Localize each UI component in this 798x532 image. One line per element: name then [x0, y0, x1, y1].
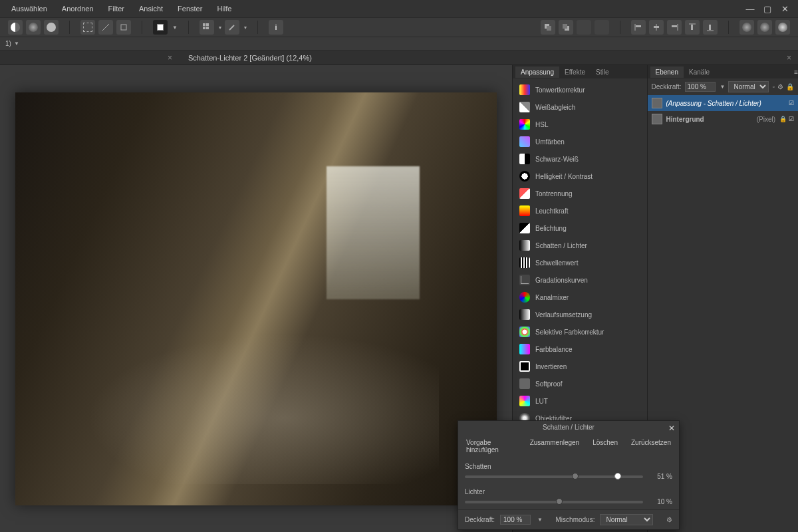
cloud-1[interactable] — [739, 20, 754, 35]
canvas-viewport[interactable] — [0, 65, 512, 532]
adjustment-label: Gradationskurven — [535, 277, 588, 284]
tab-layers[interactable]: Ebenen — [650, 66, 684, 78]
adjustment-belichtung[interactable]: Belichtung — [513, 219, 647, 237]
visibility-checkbox[interactable]: ☑ — [789, 100, 794, 106]
align-top[interactable] — [685, 20, 700, 35]
shadows-slider-mark[interactable] — [614, 473, 621, 479]
tonal-tool[interactable] — [8, 20, 23, 35]
menu-fenster[interactable]: Fenster — [170, 1, 209, 16]
adjustment-farbbalance[interactable]: Farbbalance — [513, 340, 647, 358]
chevron-down-icon[interactable]: ▼ — [720, 84, 726, 90]
adjustment-invertieren[interactable]: Invertieren — [513, 358, 647, 375]
tab-channels[interactable]: Kanäle — [684, 66, 715, 78]
shadows-slider[interactable] — [465, 475, 643, 478]
adjustment-schwarz-wei-[interactable]: Schwarz-Weiß — [513, 150, 647, 168]
menubar: AuswählenAnordnenFilterAnsichtFensterHil… — [0, 0, 798, 17]
adjustment-hsl[interactable]: HSL — [513, 116, 647, 133]
adjustment-tonwertkorrektur[interactable]: Tonwertkorrektur — [513, 81, 647, 98]
grid-tool[interactable] — [200, 20, 214, 35]
tab-effects[interactable]: Effekte — [559, 66, 591, 78]
layer-thumbnail — [652, 114, 662, 124]
info-tool[interactable]: i — [269, 20, 283, 35]
gear-icon[interactable]: ⚙ — [777, 83, 783, 90]
panel-menu-icon[interactable]: ≡ — [794, 68, 798, 76]
arrange-front[interactable] — [541, 20, 555, 35]
dialog-opacity-input[interactable] — [500, 515, 531, 525]
align-bottom[interactable] — [703, 20, 718, 35]
opacity-input[interactable] — [685, 82, 716, 92]
tab-adjustments[interactable]: Anpassung — [515, 66, 559, 78]
visibility-checkbox[interactable]: ☑ — [789, 116, 794, 122]
adjustment-lut[interactable]: LUT — [513, 392, 647, 410]
tab-close-right[interactable]: × — [787, 53, 798, 63]
document-tab-active[interactable]: Schatten-Lichter 2 [Geändert] (12,4%) — [180, 52, 320, 64]
cloud-3[interactable] — [775, 20, 790, 35]
dialog-close-icon[interactable]: ✕ — [668, 424, 675, 433]
menu-filter[interactable]: Filter — [101, 1, 132, 16]
adjustment-schwellenwert[interactable]: Schwellenwert — [513, 254, 647, 271]
lights-slider[interactable] — [465, 501, 643, 503]
align-left[interactable] — [631, 20, 646, 35]
shadows-highlights-dialog[interactable]: Schatten / Lichter ✕ Vorgabe hinzufügen … — [458, 420, 680, 530]
merge-button[interactable]: Zusammenlegen — [527, 438, 582, 455]
bring-forward-icon — [543, 23, 553, 32]
layer-row[interactable]: (Anpassung - Schatten / Lichter)☑ — [648, 95, 798, 111]
menu-anordnen[interactable]: Anordnen — [55, 1, 101, 16]
adjustment-gradationskurven[interactable]: Gradationskurven — [513, 271, 647, 289]
layer-options-icon[interactable]: ◦ — [772, 83, 775, 90]
marquee-tool[interactable] — [80, 20, 95, 35]
arrange-back[interactable] — [559, 20, 573, 35]
align-center[interactable] — [649, 20, 664, 35]
chevron-down-icon[interactable]: ▼ — [14, 41, 19, 47]
line-tool[interactable] — [98, 20, 113, 35]
tab-close-left[interactable]: × — [168, 53, 172, 63]
adjustment-helligkeit-kontrast[interactable]: Helligkeit / Kontrast — [513, 168, 647, 185]
svg-rect-5 — [206, 27, 209, 29]
adjustment-selektive-farbkorrektur[interactable]: Selektive Farbkorrektur — [513, 323, 647, 340]
arrange-3[interactable] — [577, 20, 591, 35]
minimize-icon[interactable]: — — [745, 4, 755, 14]
cloud-2[interactable] — [757, 20, 772, 35]
tab-styles[interactable]: Stile — [591, 66, 614, 78]
document-tab[interactable]: × — [160, 51, 180, 65]
crop-tool[interactable] — [116, 20, 131, 35]
layer-row[interactable]: Hintergrund (Pixel)🔒☑ — [648, 111, 798, 127]
adjustment-schatten-lichter[interactable]: Schatten / Lichter — [513, 237, 647, 254]
adjustment-wei-abgleich[interactable]: Weißabgleich — [513, 98, 647, 116]
brush-icon — [227, 23, 237, 32]
adjustment-verlaufsumsetzung[interactable]: Verlaufsumsetzung — [513, 306, 647, 323]
close-icon[interactable]: ✕ — [779, 4, 790, 14]
adjustment-kanalmixer[interactable]: Kanalmixer — [513, 289, 647, 306]
adjustment-umf-rben[interactable]: Umfärben — [513, 133, 647, 150]
blend-mode-select[interactable]: Normal — [728, 81, 769, 92]
dialog-title: Schatten / Lichter ✕ — [458, 421, 679, 434]
fill-tool[interactable] — [44, 20, 59, 35]
align-right[interactable] — [667, 20, 682, 35]
bw-icon — [519, 154, 530, 164]
gradient-tool[interactable] — [26, 20, 41, 35]
swatch-tool[interactable] — [153, 20, 168, 35]
lock-icon[interactable]: 🔒 — [786, 83, 794, 90]
menu-auswählen[interactable]: Auswählen — [4, 1, 55, 16]
gear-icon[interactable]: ⚙ — [666, 516, 672, 523]
chevron-down-icon[interactable]: ▾ — [219, 25, 221, 31]
add-preset-button[interactable]: Vorgabe hinzufügen — [464, 438, 522, 455]
lights-slider-thumb[interactable] — [556, 498, 563, 505]
maximize-icon[interactable]: ▢ — [762, 4, 773, 14]
dialog-blend-select[interactable]: Normal — [600, 514, 653, 525]
brush-tool[interactable] — [225, 20, 239, 35]
delete-button[interactable]: Löschen — [590, 438, 620, 455]
menu-ansicht[interactable]: Ansicht — [132, 1, 170, 16]
lut-icon — [519, 396, 530, 406]
chevron-down-icon[interactable]: ▾ — [244, 25, 247, 31]
chevron-down-icon[interactable]: ▼ — [172, 25, 178, 31]
adjustment-softproof[interactable]: Softproof — [513, 375, 647, 392]
menu-hilfe[interactable]: Hilfe — [209, 1, 239, 16]
chevron-down-icon[interactable]: ▼ — [537, 517, 543, 523]
shadows-slider-thumb[interactable] — [572, 473, 579, 479]
adjustment-leuchtkraft[interactable]: Leuchtkraft — [513, 202, 647, 219]
adjustment-tontrennung[interactable]: Tontrennung — [513, 185, 647, 202]
arrange-4[interactable] — [595, 20, 609, 35]
lock-icon[interactable]: 🔒 — [779, 116, 787, 122]
reset-button[interactable]: Zurücksetzen — [628, 438, 674, 455]
